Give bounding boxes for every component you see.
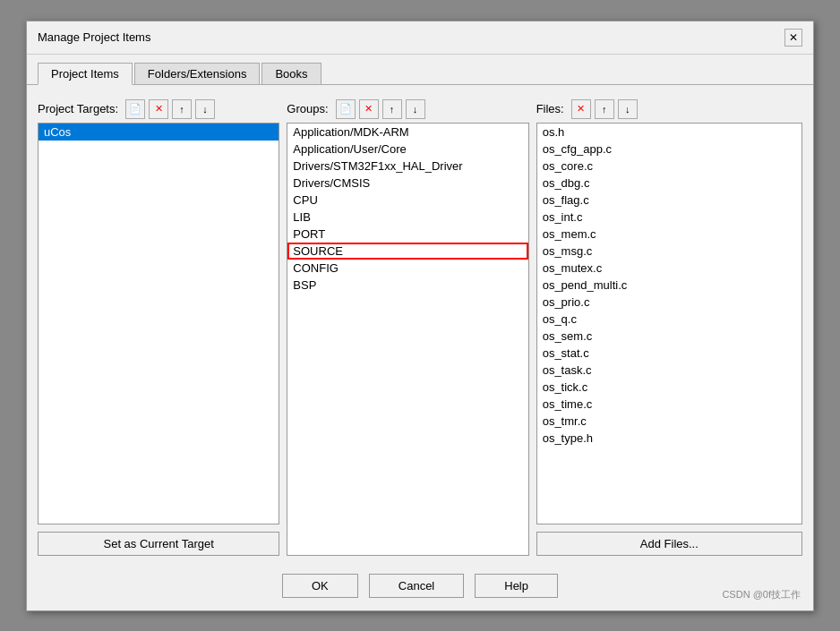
groups-new-button[interactable]: 📄 — [336, 99, 356, 119]
list-item[interactable]: os_msg.c — [537, 243, 801, 260]
groups-down-button[interactable]: ↓ — [406, 99, 425, 119]
list-item[interactable]: os_cfg_app.c — [537, 141, 801, 158]
set-current-target-container: Set as Current Target — [38, 532, 279, 556]
list-item[interactable]: os_mutex.c — [537, 260, 801, 277]
project-targets-panel: Project Targets: 📄 ✕ ↑ ↓ uCos — [38, 99, 279, 556]
groups-panel: Groups: 📄 ✕ ↑ ↓ Application/MDK-ARMAp — [287, 99, 528, 556]
targets-up-button[interactable]: ↑ — [172, 99, 192, 119]
list-item[interactable]: os_sem.c — [537, 328, 801, 345]
add-files-button[interactable]: Add Files... — [536, 532, 802, 556]
list-item[interactable]: os_int.c — [537, 209, 801, 226]
watermark: CSDN @0f技工作 — [722, 588, 801, 601]
files-label: Files: — [536, 102, 564, 115]
list-item[interactable]: CONFIG — [287, 260, 527, 277]
set-current-target-button[interactable]: Set as Current Target — [38, 532, 279, 556]
list-item[interactable]: PORT — [287, 226, 527, 243]
list-item[interactable]: os_mem.c — [537, 226, 801, 243]
title-bar: Manage Project Items ✕ — [27, 21, 813, 55]
cancel-button[interactable]: Cancel — [369, 574, 464, 598]
files-panel: Files: ✕ ↑ ↓ os.hos_cfg_app.cos_core.cos… — [536, 99, 802, 556]
list-item[interactable]: Application/MDK-ARM — [287, 124, 527, 141]
tab-project-items[interactable]: Project Items — [38, 63, 133, 85]
groups-up-button[interactable]: ↑ — [382, 99, 402, 119]
list-item[interactable]: os_type.h — [537, 430, 801, 447]
targets-down-button[interactable]: ↓ — [195, 99, 215, 119]
tab-folders-extensions[interactable]: Folders/Extensions — [134, 63, 261, 85]
targets-delete-button[interactable]: ✕ — [149, 99, 168, 119]
groups-header: Groups: 📄 ✕ ↑ ↓ — [287, 99, 528, 119]
ok-cancel-row: OK Cancel Help — [27, 565, 813, 610]
groups-list[interactable]: Application/MDK-ARMApplication/User/Core… — [287, 123, 528, 556]
files-header: Files: ✕ ↑ ↓ — [536, 99, 802, 119]
list-item[interactable]: os_flag.c — [537, 192, 801, 209]
close-button[interactable]: ✕ — [784, 29, 802, 47]
list-item[interactable]: os_prio.c — [537, 294, 801, 311]
files-delete-button[interactable]: ✕ — [571, 99, 591, 119]
files-up-button[interactable]: ↑ — [595, 99, 614, 119]
list-item[interactable]: os_pend_multi.c — [537, 277, 801, 294]
list-item[interactable]: Drivers/STM32F1xx_HAL_Driver — [287, 158, 527, 175]
list-item[interactable]: Drivers/CMSIS — [287, 175, 527, 192]
list-item[interactable]: CPU — [287, 192, 527, 209]
list-item[interactable]: os_dbg.c — [537, 175, 801, 192]
manage-project-items-dialog: Manage Project Items ✕ Project Items Fol… — [26, 21, 814, 611]
list-item[interactable]: os_time.c — [537, 396, 801, 413]
list-item[interactable]: os_q.c — [537, 311, 801, 328]
list-item[interactable]: os_tmr.c — [537, 413, 801, 430]
dialog-title: Manage Project Items — [38, 30, 150, 44]
project-targets-list[interactable]: uCos — [38, 123, 279, 524]
tab-books[interactable]: Books — [261, 63, 321, 85]
tabs-row: Project Items Folders/Extensions Books — [27, 55, 813, 85]
files-list[interactable]: os.hos_cfg_app.cos_core.cos_dbg.cos_flag… — [536, 123, 802, 524]
list-item[interactable]: os.h — [537, 124, 801, 141]
list-item[interactable]: os_stat.c — [537, 345, 801, 362]
content-area: Project Targets: 📄 ✕ ↑ ↓ uCos — [27, 85, 813, 565]
list-item[interactable]: os_tick.c — [537, 379, 801, 396]
ok-button[interactable]: OK — [282, 574, 358, 598]
list-item[interactable]: BSP — [287, 277, 527, 294]
add-files-container: Add Files... — [536, 532, 802, 556]
project-targets-header: Project Targets: 📄 ✕ ↑ ↓ — [38, 99, 279, 119]
list-item[interactable]: LIB — [287, 209, 527, 226]
files-down-button[interactable]: ↓ — [618, 99, 638, 119]
targets-new-button[interactable]: 📄 — [125, 99, 145, 119]
groups-delete-button[interactable]: ✕ — [359, 99, 379, 119]
project-targets-label: Project Targets: — [38, 102, 118, 115]
list-item[interactable]: Application/User/Core — [287, 141, 527, 158]
groups-label: Groups: — [287, 102, 328, 115]
help-button[interactable]: Help — [475, 574, 558, 598]
panels-row: Project Targets: 📄 ✕ ↑ ↓ uCos — [38, 99, 802, 556]
list-item[interactable]: os_task.c — [537, 362, 801, 379]
list-item[interactable]: os_core.c — [537, 158, 801, 175]
list-item[interactable]: uCos — [39, 124, 279, 141]
list-item[interactable]: SOURCE — [287, 243, 527, 260]
